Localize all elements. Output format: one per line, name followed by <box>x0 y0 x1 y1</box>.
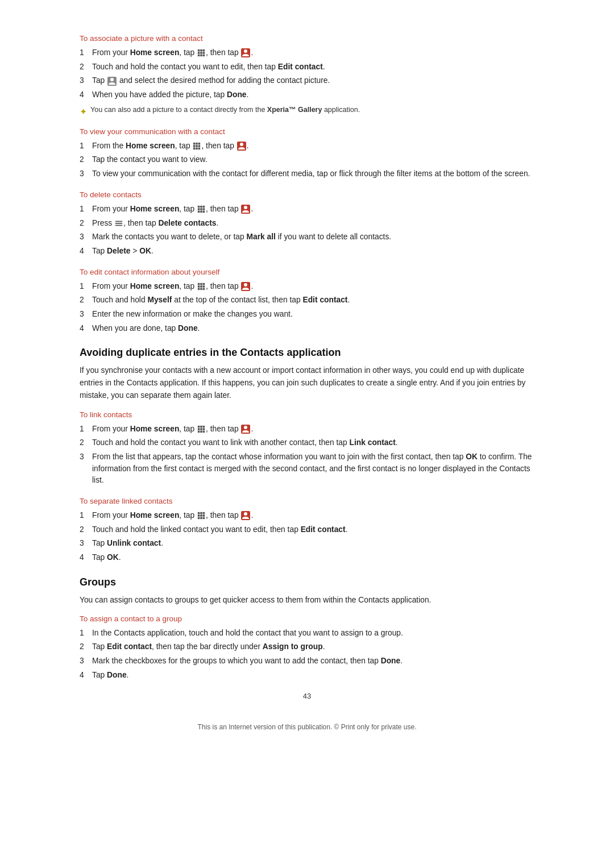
step-1: 1 From your Home screen, tap , then tap … <box>80 203 534 215</box>
steps-associate-picture: 1 From your Home screen, tap , then tap … <box>80 47 534 101</box>
section-edit-yourself: To edit contact information about yourse… <box>80 268 534 335</box>
section-link-contacts: To link contacts 1 From your Home screen… <box>80 410 534 487</box>
section-delete-contacts: To delete contacts 1 From your Home scre… <box>80 190 534 258</box>
main-heading-groups: Groups <box>80 576 534 588</box>
step-3: 3 Enter the new information or make the … <box>80 309 534 321</box>
heading-view-communication: To view your communication with a contac… <box>80 127 534 136</box>
main-heading-duplicates: Avoiding duplicate entries in the Contac… <box>80 347 534 359</box>
step-3: 3 Mark the checkboxes for the groups to … <box>80 655 534 667</box>
step-2: 2 Press , then tap Delete contacts. <box>80 218 534 230</box>
step-3: 3 To view your communication with the co… <box>80 168 534 180</box>
step-3: 3 From the list that appears, tap the co… <box>80 451 534 487</box>
section-view-communication: To view your communication with a contac… <box>80 127 534 180</box>
steps-assign-group: 1 In the Contacts application, touch and… <box>80 628 534 682</box>
step-1: 1 From the Home screen, tap , then tap . <box>80 140 534 152</box>
step-2: 2 Touch and hold the contact you want to… <box>80 61 534 73</box>
step-2: 2 Tap Edit contact, then tap the bar dir… <box>80 641 534 653</box>
heading-edit-yourself: To edit contact information about yourse… <box>80 268 534 276</box>
intro-duplicates: If you synchronise your contacts with a … <box>80 364 534 402</box>
tip-icon: ✦ <box>80 106 87 117</box>
step-1: 1 From your Home screen, tap , then tap … <box>80 510 534 522</box>
steps-view-communication: 1 From the Home screen, tap , then tap .… <box>80 140 534 180</box>
page-footer: This is an Internet version of this publ… <box>80 723 534 731</box>
step-2: 2 Tap the contact you want to view. <box>80 154 534 166</box>
heading-assign-group: To assign a contact to a group <box>80 614 534 623</box>
step-1: 1 In the Contacts application, touch and… <box>80 628 534 639</box>
tip-associate-picture: ✦ You can also add a picture to a contac… <box>80 106 534 117</box>
step-4: 4 When you have added the picture, tap D… <box>80 89 534 101</box>
step-1: 1 From your Home screen, tap , then tap … <box>80 47 534 59</box>
step-4: 4 Tap Done. <box>80 670 534 682</box>
section-assign-group: To assign a contact to a group 1 In the … <box>80 614 534 682</box>
heading-associate-picture: To associate a picture with a contact <box>80 34 534 43</box>
page-number: 43 <box>80 692 534 700</box>
step-1: 1 From your Home screen, tap , then tap … <box>80 423 534 435</box>
step-4: 4 When you are done, tap Done. <box>80 323 534 335</box>
heading-separate-contacts: To separate linked contacts <box>80 497 534 505</box>
tip-text: You can also add a picture to a contact … <box>90 106 360 114</box>
step-2: 2 Touch and hold the linked contact you … <box>80 524 534 536</box>
section-associate-picture: To associate a picture with a contact 1 … <box>80 34 534 117</box>
intro-groups: You can assign contacts to groups to get… <box>80 594 534 607</box>
step-3: 3 Tap Unlink contact. <box>80 538 534 550</box>
heading-link-contacts: To link contacts <box>80 410 534 419</box>
page-content: To associate a picture with a contact 1 … <box>80 34 534 731</box>
step-2: 2 Touch and hold Myself at the top of th… <box>80 294 534 306</box>
step-4: 4 Tap OK. <box>80 552 534 564</box>
section-separate-contacts: To separate linked contacts 1 From your … <box>80 497 534 564</box>
steps-delete-contacts: 1 From your Home screen, tap , then tap … <box>80 203 534 258</box>
steps-link-contacts: 1 From your Home screen, tap , then tap … <box>80 423 534 487</box>
heading-delete-contacts: To delete contacts <box>80 190 534 199</box>
section-groups: Groups You can assign contacts to groups… <box>80 576 534 682</box>
step-4: 4 Tap Delete > OK. <box>80 246 534 258</box>
step-1: 1 From your Home screen, tap , then tap … <box>80 281 534 293</box>
step-3: 3 Mark the contacts you want to delete, … <box>80 231 534 243</box>
step-3: 3 Tap and select the desired method for … <box>80 75 534 87</box>
steps-separate-contacts: 1 From your Home screen, tap , then tap … <box>80 510 534 564</box>
steps-edit-yourself: 1 From your Home screen, tap , then tap … <box>80 281 534 335</box>
step-2: 2 Touch and hold the contact you want to… <box>80 437 534 449</box>
